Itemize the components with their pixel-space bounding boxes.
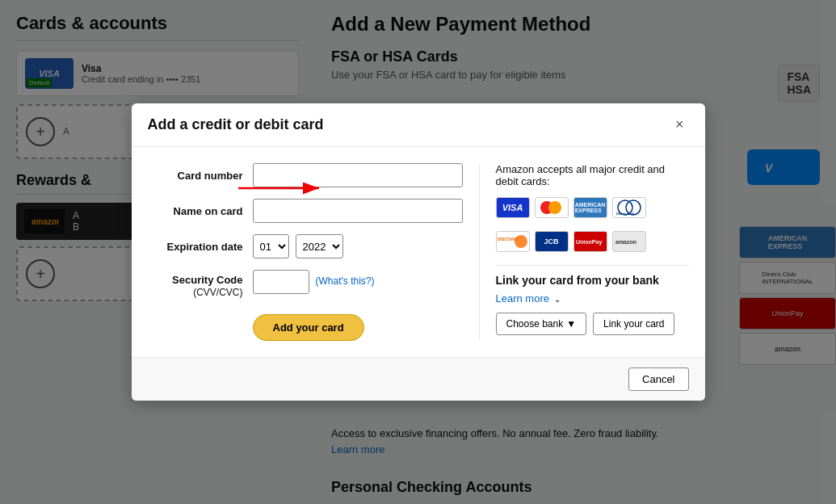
modal-footer: Cancel [132,357,705,401]
amazon-card-logo: amazon [612,231,646,252]
svg-point-6 [515,235,527,248]
cancel-button[interactable]: Cancel [628,368,688,391]
link-bank-title: Link your card from your bank [496,274,689,287]
cvv-row: Security Code (CVV/CVC) (What's this?) [148,270,463,298]
card-number-label: Card number [148,170,253,182]
expiry-row: Expiration date 01020304 05060708 091011… [148,234,463,258]
discover-logo: DISCOVER [496,231,530,252]
visa-logo: VISA [496,197,530,218]
info-text: Amazon accepts all major credit and debi… [496,163,689,187]
dropdown-arrow-icon: ▼ [566,318,576,330]
cvv-label: Security Code (CVV/CVC) [148,270,253,298]
choose-bank-button[interactable]: Choose bank ▼ [496,313,587,335]
amex-logo: AMERICANEXPRESS [573,197,607,218]
modal-overlay: Add a credit or debit card × Card number… [0,0,836,504]
expiry-label: Expiration date [148,241,253,253]
svg-text:UnionPay: UnionPay [576,239,602,246]
modal-close-button[interactable]: × [670,115,689,135]
card-logos-2: DISCOVER JCB UnionPay [496,231,689,252]
learn-more-link-modal[interactable]: Learn more [496,292,549,304]
card-logos: VISA AMERICANEXPRESS [496,197,689,218]
jcb-logo: JCB [535,231,569,252]
name-on-card-row: Name on card [148,199,463,223]
add-card-row: Add your card [148,314,463,341]
whats-this-link[interactable]: (What's this?) [316,270,375,287]
diners-logo: Diners Club [612,197,646,218]
chevron-icon: ⌄ [554,295,561,304]
choose-bank-label: Choose bank [506,318,564,330]
svg-text:amazon: amazon [615,239,636,245]
mc-orange-circle [548,201,561,214]
modal-header: Add a credit or debit card × [132,103,705,147]
cvv-input[interactable] [253,270,309,294]
mastercard-logo [535,197,569,218]
modal-title: Add a credit or debit card [148,116,324,133]
svg-text:Diners Club: Diners Club [616,212,635,216]
info-side: Amazon accepts all major credit and debi… [479,163,689,341]
modal-dialog: Add a credit or debit card × Card number… [132,103,705,401]
add-card-button[interactable]: Add your card [253,314,364,341]
red-arrow-indicator [238,176,335,200]
name-on-card-label: Name on card [148,205,253,217]
expiry-month-select[interactable]: 01020304 05060708 09101112 [253,234,289,258]
learn-more-row: Learn more ⌄ [496,292,689,304]
name-on-card-input[interactable] [253,199,463,223]
expiry-year-select[interactable]: 2022202320242025 2026202720282029 2030 [296,234,343,258]
modal-body: Card number Name on card Expiration date… [132,147,705,357]
bank-actions: Choose bank ▼ Link your card [496,313,689,335]
divider [496,265,689,266]
link-card-button[interactable]: Link your card [593,313,674,335]
unionpay-logo: UnionPay [573,231,607,252]
